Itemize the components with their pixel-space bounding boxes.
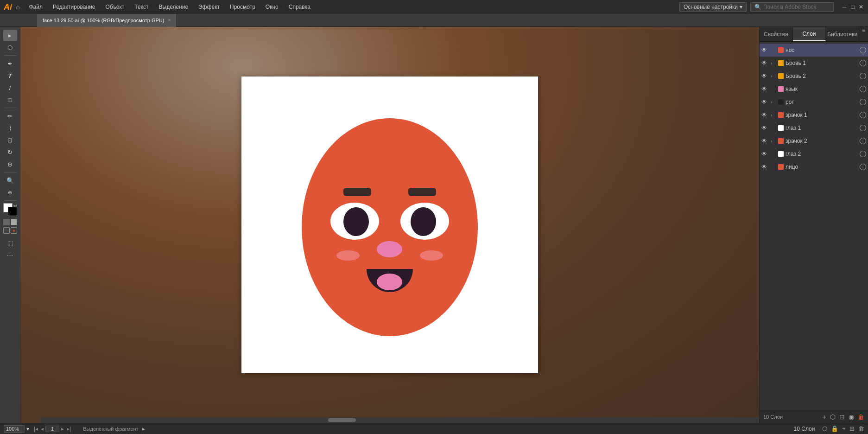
rotate-tool-button[interactable]: ↻ xyxy=(3,147,17,158)
make-clipping-mask[interactable]: ⊟ xyxy=(839,413,845,421)
home-icon[interactable]: ⌂ xyxy=(16,3,19,11)
layer-visibility-toggle[interactable]: 👁 xyxy=(761,151,769,157)
select-tool-button[interactable]: ▸ xyxy=(3,30,17,41)
menu-view[interactable]: Просмотр xyxy=(228,3,257,11)
menu-edit[interactable]: Редактирование xyxy=(51,3,97,11)
lock-button[interactable]: 🔒 xyxy=(831,425,838,432)
layer-target-circle[interactable] xyxy=(860,138,866,144)
horizontal-scrollbar[interactable] xyxy=(41,417,759,423)
layer-visibility-toggle[interactable]: 👁 xyxy=(761,47,769,53)
locate-object[interactable]: ◉ xyxy=(849,413,854,421)
new-layer-button[interactable]: + xyxy=(823,413,826,421)
stroke-color[interactable] xyxy=(8,207,17,216)
layer-item[interactable]: 👁 › зрачок 2 xyxy=(760,134,868,147)
last-page-button[interactable]: ▸| xyxy=(66,426,72,432)
menu-help[interactable]: Справка xyxy=(287,3,312,11)
tab-close-button[interactable]: × xyxy=(168,18,171,23)
minimize-button[interactable]: ─ xyxy=(841,4,848,10)
blend-tool-button[interactable]: ⊕ xyxy=(3,159,17,170)
zoom-dropdown-icon[interactable]: ▾ xyxy=(26,426,29,432)
properties-tab[interactable]: Свойства xyxy=(760,27,793,41)
artboard-expand-arrow[interactable]: ▸ xyxy=(142,426,145,432)
pen-tool-button[interactable]: ✒ xyxy=(3,58,17,69)
page-number-input[interactable] xyxy=(45,426,59,432)
prev-page-button[interactable]: ◂ xyxy=(40,426,44,432)
zoom-tool-button[interactable]: ⊕ xyxy=(3,187,17,198)
paintbrush-tool-button[interactable]: ⌇ xyxy=(3,122,17,134)
layer-target-circle[interactable] xyxy=(860,86,866,92)
layer-expand-toggle[interactable]: › xyxy=(771,74,776,79)
collect-to-artboard[interactable]: ⬡ xyxy=(830,413,836,421)
more-tools-button[interactable]: ··· xyxy=(7,251,13,260)
menu-text[interactable]: Текст xyxy=(133,3,150,11)
line-tool-button[interactable]: / xyxy=(3,82,17,93)
menu-file[interactable]: Файл xyxy=(27,3,44,11)
fill-stroke-control[interactable]: ⇄ xyxy=(3,203,17,216)
swap-colors-icon[interactable]: ⇄ xyxy=(13,203,17,208)
maximize-button[interactable]: □ xyxy=(849,4,856,10)
layer-visibility-toggle[interactable]: 👁 xyxy=(761,60,769,66)
layer-item[interactable]: 👁 › Бровь 2 xyxy=(760,70,868,83)
layer-target-circle[interactable] xyxy=(860,73,866,79)
layer-visibility-toggle[interactable]: 👁 xyxy=(761,112,769,118)
fill-mode-1[interactable] xyxy=(3,227,10,234)
layer-target-circle[interactable] xyxy=(860,99,866,105)
layer-item[interactable]: 👁 глаз 2 xyxy=(760,147,868,160)
delete-bottom-button[interactable]: 🗑 xyxy=(858,425,864,432)
layer-expand-toggle[interactable]: › xyxy=(771,113,776,118)
pencil-tool-button[interactable]: ✏ xyxy=(3,110,17,121)
canvas-export-button[interactable]: ⬡ xyxy=(822,425,827,432)
layer-target-circle[interactable] xyxy=(860,164,866,170)
layer-item[interactable]: 👁 › рот xyxy=(760,96,868,108)
layer-item[interactable]: 👁 › Бровь 1 xyxy=(760,57,868,70)
layer-target-circle[interactable] xyxy=(860,151,866,157)
layer-item[interactable]: 👁 язык xyxy=(760,83,868,96)
canvas-area[interactable] xyxy=(20,27,759,423)
layers-tab[interactable]: Слои xyxy=(793,27,826,41)
layer-item[interactable]: 👁 нос xyxy=(760,44,868,57)
layer-item[interactable]: 👁 › зрачок 1 xyxy=(760,108,868,121)
eyedropper-tool-button[interactable]: 🔍 xyxy=(3,175,17,186)
layer-visibility-toggle[interactable]: 👁 xyxy=(761,99,769,105)
layer-visibility-toggle[interactable]: 👁 xyxy=(761,73,769,79)
quick-actions-2[interactable] xyxy=(11,219,17,225)
menu-object[interactable]: Объект xyxy=(103,3,126,11)
eraser-tool-button[interactable]: ⊡ xyxy=(3,134,17,146)
workspace-selector[interactable]: Основные настройки ▾ xyxy=(679,2,747,12)
search-input[interactable] xyxy=(763,4,828,10)
layer-target-circle[interactable] xyxy=(860,47,866,53)
layer-visibility-toggle[interactable]: 👁 xyxy=(761,164,769,170)
menu-effect[interactable]: Эффект xyxy=(196,3,222,11)
quick-actions-1[interactable] xyxy=(3,219,10,225)
close-button[interactable]: ✕ xyxy=(858,4,864,10)
layer-visibility-toggle[interactable]: 👁 xyxy=(761,138,769,144)
layer-name-label: глаз 1 xyxy=(786,125,858,131)
layer-visibility-toggle[interactable]: 👁 xyxy=(761,86,769,92)
layer-target-circle[interactable] xyxy=(860,125,866,131)
layer-item[interactable]: 👁 глаз 1 xyxy=(760,121,868,134)
libraries-tab[interactable]: Библиотеки xyxy=(826,27,859,41)
grid-toggle-button[interactable]: ⊞ xyxy=(849,425,855,432)
panel-menu-button[interactable]: ≡ xyxy=(859,27,868,41)
shape-tool-button[interactable]: □ xyxy=(3,94,17,105)
fill-mode-2[interactable]: ◈ xyxy=(11,227,17,234)
layer-expand-toggle[interactable]: › xyxy=(771,61,776,66)
layer-expand-toggle[interactable]: › xyxy=(771,100,776,105)
layer-expand-toggle[interactable]: › xyxy=(771,139,776,144)
layer-target-circle[interactable] xyxy=(860,112,866,118)
first-page-button[interactable]: |◂ xyxy=(33,426,39,432)
menu-select[interactable]: Выделение xyxy=(157,3,190,11)
type-tool-button[interactable]: T xyxy=(3,70,17,81)
layer-visibility-toggle[interactable]: 👁 xyxy=(761,125,769,131)
artboard-tool-button[interactable]: ⬚ xyxy=(3,237,17,249)
document-tab[interactable]: face 13.29.50.ai @ 100% (RGB/Предпросмот… xyxy=(37,14,177,27)
layer-target-circle[interactable] xyxy=(860,60,866,66)
next-page-button[interactable]: ▸ xyxy=(60,426,65,432)
direct-select-tool-button[interactable]: ⬡ xyxy=(3,42,17,53)
layer-item[interactable]: 👁 лицо xyxy=(760,160,868,173)
add-layer-bottom-button[interactable]: + xyxy=(842,425,846,432)
zoom-input[interactable] xyxy=(4,425,25,433)
delete-layer-button[interactable]: 🗑 xyxy=(858,413,864,421)
h-scroll-thumb[interactable] xyxy=(328,418,356,422)
menu-window[interactable]: Окно xyxy=(264,3,280,11)
